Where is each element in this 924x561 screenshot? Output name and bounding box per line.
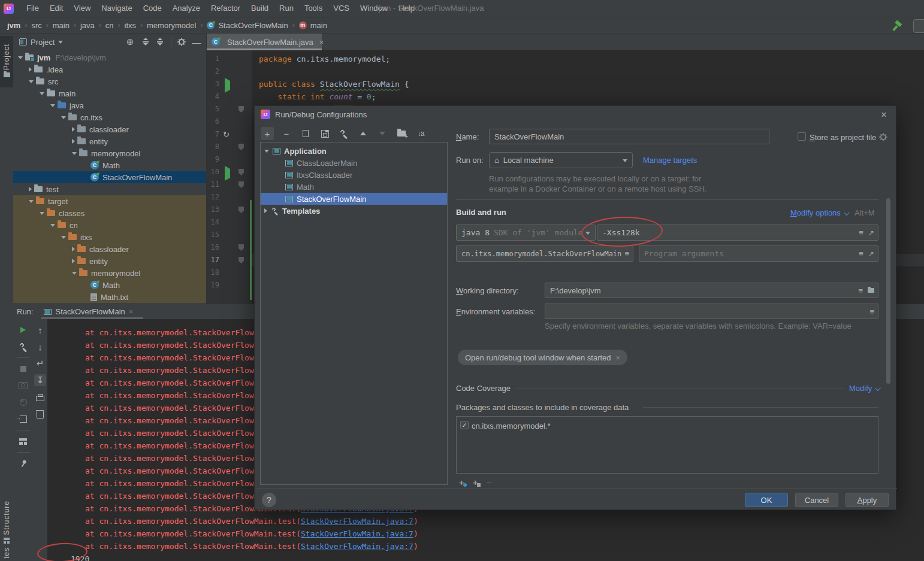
add-class-icon[interactable]: +: [473, 477, 478, 487]
rerun-icon[interactable]: [17, 324, 29, 336]
chevron-down-icon[interactable]: [29, 200, 34, 203]
project-tree-item-main[interactable]: main: [13, 87, 206, 99]
stack-trace-link[interactable]: StackOverFlowMain.java:7: [301, 542, 413, 551]
menu-item-analyze[interactable]: Analyze: [167, 0, 206, 17]
project-tree-item-java[interactable]: java: [13, 99, 206, 111]
project-tree-item-itxs[interactable]: itxs: [13, 231, 206, 243]
manage-targets-link[interactable]: Manage targets: [643, 156, 697, 165]
chevron-right-icon[interactable]: [29, 67, 32, 72]
add-configuration-icon[interactable]: +: [261, 127, 274, 140]
expand-field-icon[interactable]: ↗: [868, 229, 874, 237]
sort-configurations-icon[interactable]: ↓a: [414, 127, 427, 140]
run-tab[interactable]: StackOverFlowMain ×: [44, 304, 133, 319]
scroll-to-end-icon[interactable]: ↧: [34, 374, 46, 386]
menu-item-code[interactable]: Code: [138, 0, 167, 17]
project-tree-item-memorymodel[interactable]: memorymodel: [13, 267, 206, 279]
chevron-down-icon[interactable]: [72, 152, 77, 155]
chevron-right-icon[interactable]: [29, 187, 32, 192]
config-tree-item-math[interactable]: Math: [261, 181, 447, 193]
project-tree-item-src[interactable]: src: [13, 75, 206, 87]
down-stack-icon[interactable]: ↓: [34, 341, 46, 353]
breadcrumb-item-java[interactable]: java: [79, 21, 96, 30]
move-up-icon[interactable]: [357, 127, 370, 140]
store-as-project-file-checkbox[interactable]: [798, 132, 806, 141]
config-tree-item-application[interactable]: Application: [261, 145, 447, 157]
vm-options-field[interactable]: -Xss128k ≡↗: [597, 225, 878, 241]
expand-list-icon[interactable]: ≡: [624, 249, 629, 258]
edit-templates-icon[interactable]: [337, 127, 351, 140]
project-tree-item-test[interactable]: test: [13, 183, 206, 195]
build-hammer-icon[interactable]: [892, 20, 904, 32]
project-tree-item-math[interactable]: CMath: [13, 279, 206, 291]
clear-icon[interactable]: [34, 408, 46, 420]
project-tree-item-memorymodel[interactable]: memorymodel: [13, 147, 206, 159]
chevron-down-icon[interactable]: [40, 212, 44, 215]
locate-file-icon[interactable]: ⊕: [125, 37, 135, 47]
project-tree-item-target[interactable]: target: [13, 195, 206, 207]
help-button[interactable]: ?: [262, 493, 276, 507]
breadcrumb-item-stackoverflowmain[interactable]: StackOverFlowMain: [217, 21, 289, 30]
config-tree-item-templates[interactable]: Templates: [261, 205, 447, 217]
chevron-down-icon[interactable]: [40, 92, 44, 95]
breadcrumb-item-memorymodel[interactable]: memorymodel: [146, 21, 197, 30]
project-tree-item-jvm[interactable]: jvmF:\develop\jvm: [13, 51, 206, 63]
chevron-down-icon[interactable]: [29, 80, 34, 83]
add-package-icon[interactable]: +: [459, 477, 464, 487]
chevron-down-icon[interactable]: [61, 236, 66, 239]
project-tree-item-classes[interactable]: classes: [13, 207, 206, 219]
open-tool-window-chip[interactable]: Open run/debug tool window when started …: [458, 350, 627, 365]
environment-variables-field[interactable]: ≡: [545, 304, 878, 319]
project-tree-item-mathtxt[interactable]: Math.txt: [13, 291, 206, 303]
breadcrumb-item-src[interactable]: src: [30, 21, 43, 30]
expand-field-icon[interactable]: ↗: [868, 250, 874, 258]
close-run-tab-icon[interactable]: ×: [129, 307, 134, 316]
stripe-tab-partial[interactable]: tes: [0, 547, 13, 561]
stripe-tab-structure[interactable]: Structure: [0, 499, 13, 547]
chevron-down-icon[interactable]: [50, 224, 55, 227]
modify-options-link[interactable]: Modify options: [790, 208, 848, 217]
project-tree-item-entity[interactable]: entity: [13, 135, 206, 147]
stack-trace-link[interactable]: StackOverFlowMain.java:7: [301, 517, 413, 526]
chevron-right-icon[interactable]: [72, 139, 75, 144]
chevron-icon[interactable]: [264, 208, 267, 213]
search-field-partial[interactable]: [913, 19, 924, 33]
expand-list-icon[interactable]: ≡: [858, 286, 863, 295]
breadcrumb-item-main[interactable]: main: [52, 21, 71, 30]
soft-wrap-icon[interactable]: ↵: [34, 357, 46, 369]
project-tree-item-classloader[interactable]: classloader: [13, 123, 206, 135]
editor-tab[interactable]: C StackOverFlowMain.java ×: [207, 34, 322, 50]
ok-button[interactable]: OK: [745, 493, 788, 507]
expand-all-icon[interactable]: [142, 38, 149, 46]
config-tree-item-stackoverflowmain[interactable]: StackOverFlowMain: [261, 193, 447, 205]
coverage-modify-link[interactable]: Modify: [849, 384, 879, 393]
chevron-down-icon[interactable]: [18, 56, 23, 59]
jdk-select[interactable]: java 8 SDK of 'jvm' module: [456, 225, 596, 241]
print-icon[interactable]: [34, 391, 46, 403]
remove-chip-icon[interactable]: ×: [616, 353, 621, 362]
project-tree-item-idea[interactable]: .idea: [13, 63, 206, 75]
menu-item-refactor[interactable]: Refactor: [206, 0, 246, 17]
menu-item-build[interactable]: Build: [246, 0, 274, 17]
menu-item-run[interactable]: Run: [274, 0, 299, 17]
working-directory-field[interactable]: F:\develop\jvm ≡: [545, 283, 878, 298]
browse-folder-icon[interactable]: [868, 288, 874, 293]
name-field[interactable]: StackOverFlowMain: [489, 129, 769, 144]
run-line-icon[interactable]: [225, 169, 230, 178]
program-arguments-field[interactable]: Program arguments ≡↗: [639, 245, 878, 262]
close-tab-icon[interactable]: ×: [319, 38, 324, 47]
chevron-right-icon[interactable]: [72, 247, 75, 251]
collapse-all-icon[interactable]: [156, 38, 164, 46]
run-on-select[interactable]: ⌂ Local machine: [489, 152, 633, 168]
menu-item-edit[interactable]: Edit: [44, 0, 68, 17]
exit-icon[interactable]: [17, 413, 29, 425]
breadcrumb-item-cn[interactable]: cn: [104, 21, 115, 30]
dialog-scrollbar[interactable]: [886, 198, 890, 384]
restore-layout-icon[interactable]: [17, 435, 29, 447]
config-tree-item-itxsclassloader[interactable]: ItxsClassLoader: [261, 169, 447, 181]
chevron-right-icon[interactable]: [72, 127, 75, 132]
up-stack-icon[interactable]: ↑: [34, 324, 46, 336]
chevron-down-icon[interactable]: [50, 104, 55, 107]
run-line-icon[interactable]: [225, 81, 230, 90]
cancel-button[interactable]: Cancel: [795, 493, 838, 507]
expand-list-icon[interactable]: ≡: [859, 228, 863, 237]
